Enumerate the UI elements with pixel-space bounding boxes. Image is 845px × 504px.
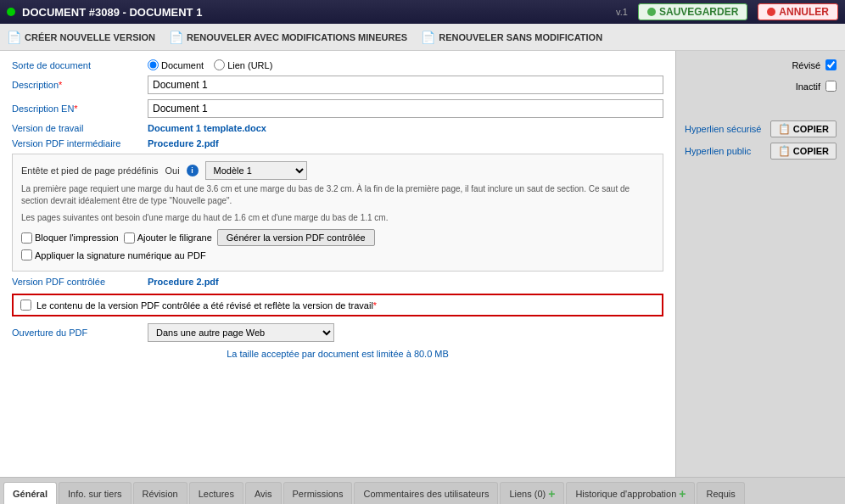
tab-requis-label: Requis — [706, 489, 735, 499]
tab-historique[interactable]: Historique d'approbation + — [566, 482, 695, 504]
description-input[interactable] — [148, 76, 663, 94]
hyperlien-public-label: Hyperlien public — [685, 146, 751, 156]
create-version-label: CRÉER NOUVELLE VERSION — [25, 32, 155, 42]
check-signature-label[interactable]: Appliquer la signature numérique au PDF — [21, 249, 206, 260]
version-travail-row: Version de travail Document 1 template.d… — [12, 123, 663, 133]
description-row: Description — [12, 76, 663, 94]
status-dot — [7, 8, 15, 16]
hf-check-row-2: Appliquer la signature numérique au PDF — [21, 249, 654, 260]
revised-checkbox[interactable] — [825, 59, 837, 70]
version-travail-value: Document 1 template.docx — [148, 123, 663, 133]
save-icon — [647, 8, 656, 16]
ouverture-label: Ouverture du PDF — [12, 328, 148, 338]
radio-document-input[interactable] — [148, 59, 159, 70]
save-label: SAUVEGARDER — [659, 6, 738, 18]
title-bar: DOCUMENT #3089 - DOCUMENT 1 v.1 SAUVEGAR… — [0, 0, 845, 24]
version-pdf-link[interactable]: Procedure 2.pdf — [148, 138, 219, 148]
version-travail-link[interactable]: Document 1 template.docx — [148, 123, 266, 133]
version-travail-label: Version de travail — [12, 123, 148, 133]
inactif-checkbox[interactable] — [825, 81, 837, 92]
version-badge: v.1 — [616, 7, 628, 17]
radio-lien-input[interactable] — [214, 59, 225, 70]
radio-lien-label: Lien (URL) — [227, 60, 272, 70]
tab-liens[interactable]: Liens (0) + — [500, 482, 564, 504]
tabs-bar: Général Info. sur tiers Révision Lecture… — [0, 477, 845, 504]
check-filigrane[interactable] — [124, 232, 135, 244]
version-pdf-label: Version PDF intermédiaire — [12, 138, 148, 148]
generate-pdf-label: Générer la version PDF contrôlée — [227, 232, 366, 243]
info-icon[interactable]: i — [187, 165, 199, 176]
generate-pdf-button[interactable]: Générer la version PDF contrôlée — [217, 229, 375, 246]
copy-icon-1: 📋 — [778, 123, 791, 135]
renew-no-change-label: RENOUVELER SANS MODIFICATION — [439, 32, 602, 42]
tab-general-label: Général — [13, 489, 48, 499]
check-impression[interactable] — [21, 232, 32, 244]
tab-commentaires-label: Commentaires des utilisateurs — [363, 489, 489, 499]
required-star: * — [373, 300, 377, 311]
tab-avis[interactable]: Avis — [245, 482, 282, 504]
check-impression-text: Bloquer l'impression — [35, 232, 119, 243]
side-links: Hyperlien sécurisé 📋 COPIER Hyperlien pu… — [685, 115, 837, 165]
copier-public-label: COPIER — [793, 146, 829, 156]
tab-info-tiers[interactable]: Info. sur tiers — [59, 482, 132, 504]
hf-label: Entête et pied de page prédéfinis — [21, 165, 158, 176]
check-filigrane-label[interactable]: Ajouter le filigrane — [124, 232, 212, 244]
check-signature-text: Appliquer la signature numérique au PDF — [35, 250, 206, 260]
side-panel: Révisé Inactif Hyperlien sécurisé 📋 COPI… — [675, 51, 845, 477]
tab-historique-label: Historique d'approbation — [575, 489, 676, 499]
tab-permissions-label: Permissions — [293, 489, 344, 499]
tab-liens-label: Liens (0) — [509, 489, 546, 499]
hf-info-1: La première page requiert une marge du h… — [21, 183, 654, 207]
doc-icon-1: 📄 — [7, 31, 21, 44]
ouverture-row: Ouverture du PDF Dans une autre page Web… — [12, 323, 663, 342]
hyperlien-public-row: Hyperlien public 📋 COPIER — [685, 143, 837, 160]
check-impression-label[interactable]: Bloquer l'impression — [21, 232, 119, 244]
pdf-controlled-label: Version PDF contrôlée — [12, 277, 148, 287]
action-bar: 📄 CRÉER NOUVELLE VERSION 📄 RENOUVELER AV… — [0, 24, 845, 51]
copier-securise-button[interactable]: 📋 COPIER — [770, 120, 837, 137]
tab-lectures[interactable]: Lectures — [189, 482, 243, 504]
tab-requis[interactable]: Requis — [697, 482, 744, 504]
description-en-input[interactable] — [148, 99, 663, 118]
renew-no-change-button[interactable]: 📄 RENOUVELER SANS MODIFICATION — [421, 31, 602, 44]
pdf-controlled-row: Version PDF contrôlée Procedure 2.pdf — [12, 277, 663, 287]
doc-icon-2: 📄 — [169, 31, 183, 44]
tab-general[interactable]: Général — [3, 482, 57, 504]
header-footer-box: Entête et pied de page prédéfinis Oui i … — [12, 154, 663, 272]
save-button[interactable]: SAUVEGARDER — [638, 3, 747, 20]
tab-permissions[interactable]: Permissions — [283, 482, 353, 504]
radio-lien[interactable]: Lien (URL) — [214, 59, 272, 70]
pdf-controlled-link[interactable]: Procedure 2.pdf — [148, 277, 219, 287]
copier-public-button[interactable]: 📋 COPIER — [770, 143, 837, 160]
cancel-label: ANNULER — [779, 6, 829, 18]
form-area: Sorte de document Document Lien (URL) De… — [0, 51, 675, 477]
check-filigrane-text: Ajouter le filigrane — [137, 232, 212, 243]
radio-document[interactable]: Document — [148, 59, 204, 70]
tab-info-tiers-label: Info. sur tiers — [68, 489, 122, 499]
tab-revision[interactable]: Révision — [133, 482, 187, 504]
tab-commentaires[interactable]: Commentaires des utilisateurs — [354, 482, 498, 504]
ouverture-select[interactable]: Dans une autre page Web Dans la même pag… — [148, 323, 334, 342]
hf-info-2: Les pages suivantes ont besoin d'une mar… — [21, 212, 654, 224]
create-version-button[interactable]: 📄 CRÉER NOUVELLE VERSION — [7, 31, 155, 44]
hf-row: Entête et pied de page prédéfinis Oui i … — [21, 161, 654, 180]
inactif-label: Inactif — [796, 81, 820, 92]
checkbox-notice-label: Le contenu de la version PDF contrôlée a… — [36, 300, 377, 311]
sorte-value: Document Lien (URL) — [148, 59, 663, 70]
revised-label: Révisé — [792, 60, 820, 70]
liens-plus-icon: + — [548, 487, 555, 501]
version-pdf-row: Version PDF intermédiaire Procedure 2.pd… — [12, 138, 663, 148]
cancel-icon — [767, 8, 775, 16]
inactif-row: Inactif — [685, 81, 837, 92]
cancel-button[interactable]: ANNULER — [758, 3, 838, 20]
renew-minor-button[interactable]: 📄 RENOUVELER AVEC MODIFICATIONS MINEURES — [169, 31, 407, 44]
sorte-row: Sorte de document Document Lien (URL) — [12, 59, 663, 70]
hf-select[interactable]: Modèle 1 Modèle 2 Modèle 3 — [205, 161, 307, 180]
tab-lectures-label: Lectures — [199, 489, 234, 499]
sorte-label: Sorte de document — [12, 60, 148, 70]
check-signature[interactable] — [21, 249, 32, 260]
tab-revision-label: Révision — [143, 489, 178, 499]
main-content: Sorte de document Document Lien (URL) De… — [0, 51, 845, 477]
hyperlien-securise-label: Hyperlien sécurisé — [685, 124, 761, 134]
checkbox-notice-input[interactable] — [20, 300, 31, 311]
